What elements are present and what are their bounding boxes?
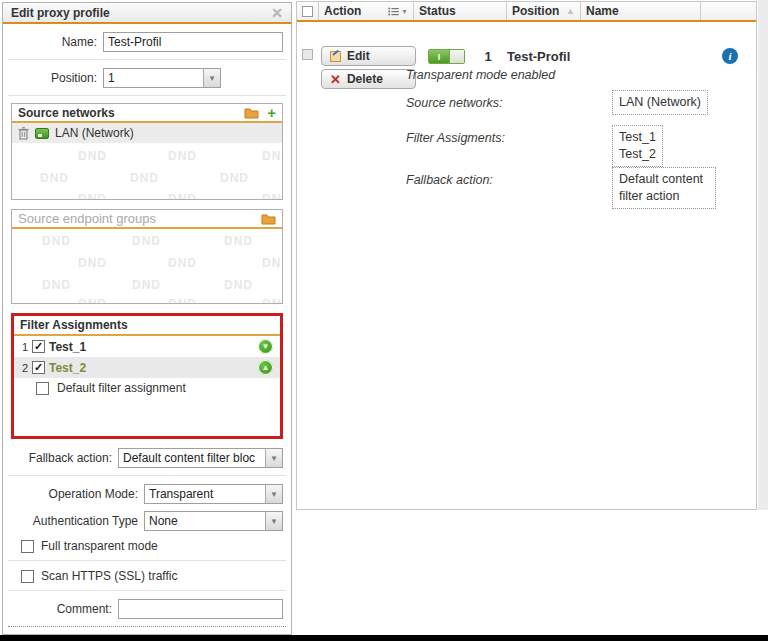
row-name: Test-Profil [507,49,570,64]
source-networks-detail-value: LAN (Network) [612,90,708,115]
row-number: 2 [18,362,28,374]
chevron-down-icon: ▼ [401,8,408,15]
source-endpoint-groups-title: Source endpoint groups [18,211,261,226]
column-spacer [701,2,756,20]
default-filter-label: Default filter assignment [57,381,186,395]
fallback-action-label: Fallback action: [3,451,118,465]
x-icon: ✕ [330,72,341,87]
add-icon[interactable]: + [267,105,276,120]
authentication-type-label: Authentication Type [3,514,144,528]
dnd-watermark: DND [42,278,71,292]
panel-titlebar: Edit proxy profile ✕ [3,3,291,24]
name-input[interactable] [103,32,283,52]
row-number: 1 [18,341,28,353]
source-network-item: LAN (Network) [12,123,282,143]
edit-button[interactable]: Edit [321,46,416,66]
dropdown-arrow-icon: ▾ [265,449,282,467]
dnd-watermark: DND [262,149,282,163]
source-networks-title: Source networks [18,106,244,120]
toggle-off-half [449,50,464,63]
dnd-watermark: DND [42,234,71,248]
filter-checkbox[interactable]: ✓ [32,340,45,353]
full-transparent-label: Full transparent mode [41,539,158,553]
dnd-watermark: DND [40,171,69,185]
filter-assignments-detail-label: Filter Assigments: [406,131,505,145]
filter-assignments-detail-value: Test_1 Test_2 [612,125,663,167]
filter-label: Test_1 [49,340,86,354]
dropdown-arrow-icon: ▾ [265,512,282,530]
divider [8,475,286,476]
select-all-checkbox[interactable] [302,6,313,17]
dnd-watermark: DND [262,256,282,270]
dnd-watermark: DND [168,192,197,199]
dnd-watermark: DND [262,297,282,303]
info-icon[interactable]: i [722,48,738,64]
filter-assignments-title: Filter Assignments [20,318,274,332]
source-networks-dropzone[interactable]: LAN (Network) DND DND DND DND DND DND DN… [12,123,282,199]
dropdown-arrow-icon: ▾ [203,69,220,87]
filter-assignment-row: 1 ✓ Test_1 ▼ [14,336,280,357]
column-status[interactable]: Status [414,2,507,20]
scan-https-label: Scan HTTPS (SSL) traffic [41,569,177,583]
divider [8,59,286,60]
comment-input[interactable] [118,599,283,619]
action-menu-icon[interactable]: ▼ [388,7,408,16]
row-checkbox[interactable] [302,49,313,60]
source-endpoint-groups-box: Source endpoint groups DND DND DND DND D… [11,209,283,304]
fallback-action-select[interactable]: Default content filter bloc ▾ [118,448,283,468]
position-select[interactable]: 1 ▾ [103,68,221,88]
operation-mode-select[interactable]: Transparent ▾ [144,484,283,504]
fallback-detail-label: Fallback action: [406,173,493,187]
move-up-icon[interactable]: ▲ [258,360,273,375]
source-networks-detail-label: Source networks: [406,96,503,110]
filter-assignments-box: Filter Assignments 1 ✓ Test_1 ▼ 2 ✓ Test… [11,313,283,439]
dropdown-arrow-icon: ▾ [265,485,282,503]
dnd-watermark: DND [78,149,107,163]
dnd-watermark: DND [220,171,249,185]
filter-assignment-row: 2 ✓ Test_2 ▲ [14,357,280,378]
dnd-watermark: DND [132,278,161,292]
scan-https-checkbox[interactable] [21,570,34,583]
move-down-icon[interactable]: ▼ [258,339,273,354]
dnd-watermark: DND [168,297,197,303]
network-item-label: LAN (Network) [55,126,134,140]
column-name[interactable]: Name [581,2,701,20]
profiles-table-panel: Action ▼ Status Position ▲ Name Edit ✕ D… [296,1,757,510]
column-position[interactable]: Position ▲ [507,2,581,20]
table-row: Edit ✕ Delete I 1 Test-Profil i Transpar… [297,22,756,509]
divider [8,560,286,561]
divider [8,590,286,591]
edit-proxy-profile-panel: Edit proxy profile ✕ Name: Position: 1 ▾… [2,2,292,635]
trash-icon[interactable] [18,127,29,140]
folder-icon[interactable] [261,213,276,225]
dnd-watermark: DND [168,256,197,270]
default-filter-row: Default filter assignment [14,378,280,398]
row-position: 1 [477,49,499,64]
source-endpoint-groups-dropzone[interactable]: DND DND DND DND DND DND DND DND DND DND … [12,229,282,303]
delete-button[interactable]: ✕ Delete [321,69,416,89]
operation-mode-label: Operation Mode: [3,487,144,501]
dnd-watermark: DND [168,149,197,163]
dnd-watermark: DND [224,234,253,248]
close-icon[interactable]: ✕ [271,5,283,21]
dnd-watermark: DND [224,278,253,292]
position-label: Position: [3,71,103,85]
status-toggle[interactable]: I [428,49,465,64]
filter-assignments-empty-area [14,398,280,436]
column-action[interactable]: Action ▼ [319,2,414,20]
dnd-watermark: DND [130,171,159,185]
comment-label: Comment: [3,602,118,616]
full-transparent-checkbox[interactable] [21,540,34,553]
folder-icon[interactable] [244,107,259,119]
mode-text: Transparent mode enabled [406,68,555,82]
dnd-watermark: DND [78,256,107,270]
authentication-type-select[interactable]: None ▾ [144,511,283,531]
name-label: Name: [3,35,103,49]
default-filter-checkbox[interactable] [36,382,49,395]
dnd-watermark: DND [132,234,161,248]
divider [8,95,286,96]
network-icon [35,128,49,139]
source-networks-box: Source networks + LAN (Network) DND DND … [11,103,283,200]
filter-checkbox[interactable]: ✓ [32,361,45,374]
fallback-detail-value: Default content filter action [612,167,716,209]
